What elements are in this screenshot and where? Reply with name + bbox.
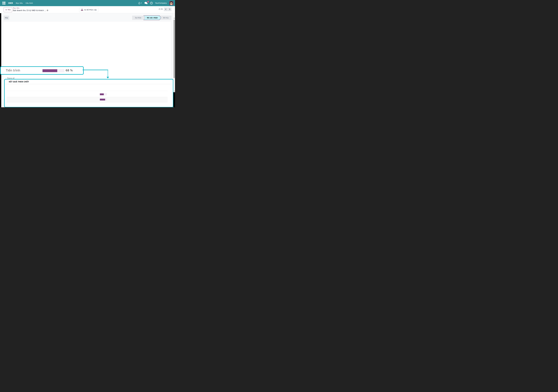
menu-muc-tieu[interactable]: Mục tiêu [16, 2, 23, 4]
progress-bar-fill [43, 69, 57, 72]
app-title[interactable]: OKR [8, 2, 13, 4]
key-results-callout-box [4, 79, 174, 107]
screenshot-black-corner [173, 92, 175, 107]
stage-da-huy[interactable]: Đã hủy [160, 16, 171, 20]
cancel-button[interactable]: Hủy [4, 16, 9, 20]
pager-previous-button[interactable] [164, 7, 168, 11]
hierarchy-button-label: Sơ đồ Phân cấp [84, 9, 97, 11]
progress-percent: 68 % [66, 69, 73, 72]
messages-icon[interactable]: 8 [144, 2, 148, 5]
scrollbar-up-arrow-icon[interactable] [174, 18, 175, 18]
row-progress-bar [100, 93, 107, 95]
progress-bar [42, 69, 64, 72]
activities-clock-icon[interactable] [150, 2, 153, 4]
callout-connector-vertical [108, 70, 108, 77]
plus-icon: + [5, 9, 7, 11]
control-panel: + Mới Mục tiêu Đạt doanh thu 15 tỷ VND t… [0, 6, 175, 13]
message-count-badge: 8 [147, 1, 149, 3]
key-results-section-title: KẾT QUẢ THEN CHỐT [9, 81, 29, 83]
pager-count: 2 / 6 [157, 8, 163, 10]
breadcrumb[interactable]: Mục tiêu [13, 7, 19, 9]
gear-icon[interactable]: ⚙ [47, 9, 48, 11]
scrollbar-down-arrow-icon[interactable] [174, 91, 175, 92]
okr-app-window: OKR Mục tiêu Cấu hình 8 YourCompany [0, 0, 175, 107]
user-avatar[interactable] [169, 1, 174, 5]
top-navbar: OKR Mục tiêu Cấu hình 8 YourCompany [0, 0, 175, 6]
window-left-edge [0, 13, 1, 107]
hierarchy-view-button[interactable]: Sơ đồ Phân cấp [79, 7, 98, 12]
progress-field-label: Tiến trình [6, 69, 20, 72]
row-progress-fill [100, 99, 105, 100]
sitemap-icon [81, 9, 83, 11]
callout-arrow-down-icon [107, 77, 109, 78]
new-button-label: Mới [8, 9, 11, 11]
scrollbar-thumb[interactable] [174, 20, 175, 78]
debug-droplet-icon[interactable] [138, 2, 142, 4]
row-progress-bar [100, 99, 107, 101]
stage-da-xac-nhan-active[interactable]: Đã xác nhận [143, 15, 161, 20]
page-title: Đạt doanh thu 15 tỷ VND từ khách ... [13, 9, 46, 11]
company-switcher[interactable]: YourCompany [155, 2, 167, 4]
stage-du-thao[interactable]: Dự thảo [132, 16, 144, 20]
section-divider [5, 84, 172, 84]
active-stage-label: Đã xác nhận [144, 16, 161, 20]
callout-connector-horizontal [83, 70, 108, 70]
pager [164, 7, 172, 11]
table-row-stripe [7, 97, 168, 102]
chevron-down-icon [141, 3, 142, 3]
row-progress-fill [100, 93, 104, 95]
apps-menu-icon[interactable] [2, 2, 5, 5]
menu-cau-hinh[interactable]: Cấu hình [26, 2, 33, 4]
new-record-button[interactable]: + Mới [4, 7, 12, 12]
pager-next-button[interactable] [168, 7, 172, 11]
